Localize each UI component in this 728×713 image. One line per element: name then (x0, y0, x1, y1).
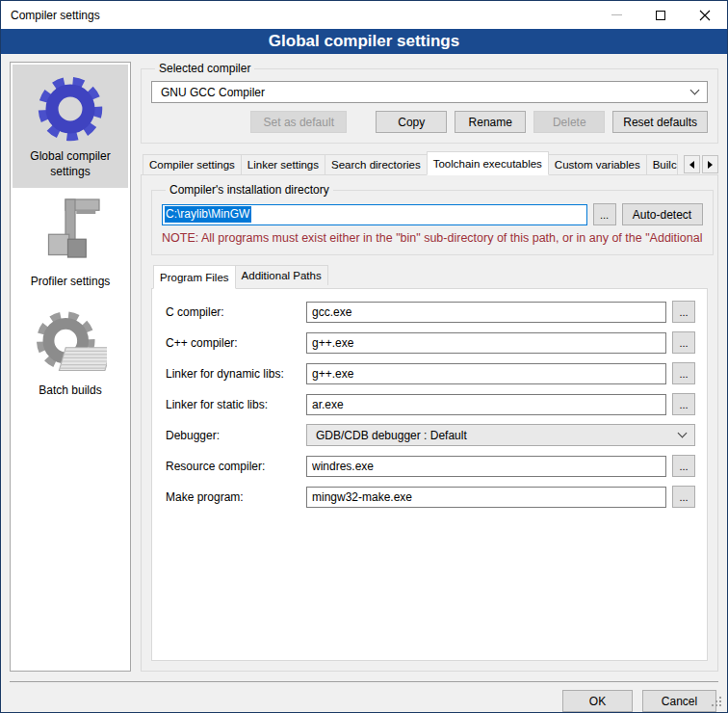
static-linker-browse-button[interactable]: ... (672, 393, 695, 415)
dialog-content: Global compiler settings Profiler settin… (1, 54, 727, 672)
minimize-button[interactable] (594, 1, 638, 29)
rename-button[interactable]: Rename (455, 111, 526, 133)
minimize-icon (611, 14, 622, 15)
ok-button[interactable]: OK (562, 690, 633, 712)
note-text: NOTE: All programs must exist either in … (162, 231, 703, 245)
sidebar-item-label: Global compiler settings (14, 149, 126, 179)
triangle-left-icon (689, 161, 694, 169)
maximize-button[interactable] (638, 1, 683, 29)
selected-path-text: C:\raylib\MinGW (165, 206, 251, 223)
compiler-settings-tabs: Compiler settings Linker settings Search… (141, 151, 718, 174)
tab-build-options-clipped[interactable]: Builc (646, 154, 678, 174)
maximize-icon (656, 11, 665, 20)
auto-detect-button[interactable]: Auto-detect (622, 203, 703, 225)
cancel-button[interactable]: Cancel (642, 690, 716, 712)
settings-category-sidebar: Global compiler settings Profiler settin… (10, 62, 131, 672)
selected-compiler-value: GNU GCC Compiler (161, 86, 265, 99)
selected-compiler-legend: Selected compiler (155, 62, 254, 75)
chevron-down-icon (678, 429, 688, 438)
selected-compiler-group: Selected compiler GNU GCC Compiler Set a… (141, 62, 718, 144)
make-program-input[interactable] (306, 487, 666, 508)
resource-compiler-input[interactable] (306, 456, 666, 477)
debugger-row: Debugger: GDB/CDB debugger : Default (166, 424, 695, 446)
compiler-settings-window: Compiler settings Global compiler settin… (0, 0, 728, 713)
program-files-subtabs: Program Files Additional Paths (151, 265, 708, 288)
copy-button[interactable]: Copy (376, 111, 447, 133)
subtab-program-files[interactable]: Program Files (153, 265, 236, 289)
titlebar: Compiler settings (1, 1, 727, 29)
close-icon (699, 10, 711, 21)
cpp-compiler-row: C++ compiler: ... (166, 331, 695, 354)
reset-defaults-button[interactable]: Reset defaults (612, 111, 708, 133)
dynamic-linker-label: Linker for dynamic libs: (166, 367, 300, 381)
c-compiler-browse-button[interactable]: ... (672, 301, 695, 323)
dynamic-linker-browse-button[interactable]: ... (672, 362, 695, 384)
sidebar-item-label: Profiler settings (31, 275, 111, 290)
dynamic-linker-input[interactable] (306, 363, 666, 384)
close-button[interactable] (683, 1, 727, 29)
installation-directory-input[interactable]: C:\raylib\MinGW (162, 204, 587, 225)
tab-linker-settings[interactable]: Linker settings (241, 154, 325, 174)
cpp-compiler-label: C++ compiler: (166, 336, 300, 350)
static-linker-label: Linker for static libs: (166, 398, 300, 411)
browse-directory-button[interactable]: ... (593, 203, 616, 225)
window-title: Compiler settings (1, 9, 100, 22)
main-panel: Selected compiler GNU GCC Compiler Set a… (141, 62, 718, 672)
c-compiler-input[interactable] (306, 302, 666, 323)
caliper-icon (37, 196, 104, 271)
debugger-label: Debugger: (166, 429, 300, 442)
sidebar-item-label: Batch builds (39, 383, 101, 399)
dialog-header-title: Global compiler settings (269, 32, 459, 51)
tab-custom-variables[interactable]: Custom variables (548, 154, 647, 174)
sidebar-item-profiler-settings[interactable]: Profiler settings (13, 188, 128, 299)
sidebar-item-batch-builds[interactable]: Batch builds (13, 299, 128, 408)
set-as-default-button[interactable]: Set as default (250, 111, 347, 133)
static-linker-row: Linker for static libs: ... (166, 393, 695, 415)
sidebar-item-global-compiler-settings[interactable]: Global compiler settings (13, 65, 128, 188)
tab-scroll-left-button[interactable] (684, 155, 700, 173)
resource-compiler-label: Resource compiler: (166, 460, 300, 473)
selected-compiler-dropdown[interactable]: GNU GCC Compiler (151, 81, 708, 103)
dialog-header: Global compiler settings (1, 29, 727, 54)
blue-gear-icon (34, 72, 107, 145)
static-linker-input[interactable] (306, 394, 666, 415)
subtab-additional-paths[interactable]: Additional Paths (235, 265, 328, 285)
tab-search-directories[interactable]: Search directories (325, 154, 428, 174)
installation-directory-legend: Compiler's installation directory (166, 183, 333, 197)
cpp-compiler-browse-button[interactable]: ... (672, 331, 695, 354)
program-files-panel: C compiler: ... C++ compiler: ... Linker… (151, 288, 708, 661)
tab-toolchain-executables[interactable]: Toolchain executables (427, 151, 549, 175)
installation-directory-group: Compiler's installation directory C:\ray… (151, 183, 714, 255)
debugger-dropdown[interactable]: GDB/CDB debugger : Default (306, 424, 695, 446)
make-program-label: Make program: (166, 490, 300, 504)
toolchain-executables-panel: Compiler's installation directory C:\ray… (141, 174, 718, 672)
c-compiler-row: C compiler: ... (166, 301, 695, 323)
debugger-value: GDB/CDB debugger : Default (316, 429, 467, 442)
chevron-down-icon (690, 86, 700, 95)
resource-compiler-row: Resource compiler: ... (166, 455, 695, 477)
tab-scroll-controls (684, 155, 718, 173)
tab-compiler-settings[interactable]: Compiler settings (143, 154, 242, 174)
resize-grip[interactable] (712, 697, 723, 708)
make-program-browse-button[interactable]: ... (672, 486, 695, 508)
compiler-actions-row: Set as default Copy Rename Delete Reset … (151, 111, 708, 133)
cpp-compiler-input[interactable] (306, 332, 666, 354)
dynamic-linker-row: Linker for dynamic libs: ... (166, 362, 695, 384)
delete-button[interactable]: Delete (533, 111, 605, 133)
footer: OK Cancel (1, 682, 727, 712)
triangle-right-icon (708, 161, 713, 169)
resource-compiler-browse-button[interactable]: ... (672, 455, 695, 477)
window-controls (594, 1, 727, 29)
make-program-row: Make program: ... (166, 486, 695, 508)
gray-gear-stack-icon (34, 306, 107, 380)
installation-directory-row: C:\raylib\MinGW ... Auto-detect (162, 203, 703, 225)
c-compiler-label: C compiler: (166, 305, 300, 319)
tab-scroll-right-button[interactable] (702, 155, 718, 173)
